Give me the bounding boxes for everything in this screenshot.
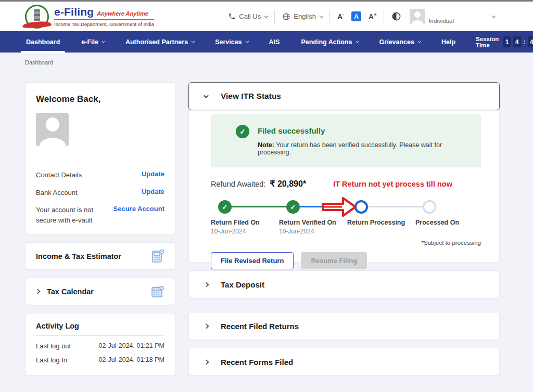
calculator-icon [151, 249, 164, 264]
tax-calendar-card[interactable]: Tax Calendar [25, 278, 175, 305]
recent-forms-filed-title: Recent Forms Filed [221, 358, 293, 367]
step-date: 10-Jun-2024 [279, 228, 314, 235]
font-increase-button[interactable]: A+ [369, 12, 376, 21]
recent-filed-returns-title: Recent Filed Returns [221, 322, 299, 331]
timeline-segment-done [225, 206, 293, 207]
last-login-row: Last log In 02-Jul-2024, 01:18 PM [36, 356, 164, 364]
itr-actions: File Revised Return Resume Filing [211, 252, 481, 269]
nav-services[interactable]: Services [214, 31, 248, 53]
success-check-icon: ✓ [236, 125, 249, 138]
last-logout-label: Last log out [36, 342, 71, 350]
income-tax-emblem-icon [25, 5, 49, 29]
globe-icon [282, 12, 290, 21]
chevron-right-icon [204, 323, 209, 329]
tax-calendar-title: Tax Calendar [47, 288, 94, 296]
chevron-down-icon [192, 40, 195, 43]
welcome-title: Welcome Back, [36, 94, 164, 104]
file-revised-return-button[interactable]: File Revised Return [211, 252, 294, 269]
evault-row: Your account is not secure with e-vault … [36, 205, 164, 225]
left-column: Welcome Back, Contact Details Update Ban… [25, 82, 175, 376]
evault-label: Your account is not secure with e-vault [36, 205, 113, 225]
update-bank-link[interactable]: Update [142, 188, 164, 195]
view-itr-status-accordion-header[interactable]: View ITR Status [188, 82, 500, 110]
step-label: Return Verified On [279, 219, 336, 226]
itr-progress-timeline: ✓ ✓ Return Filed On Return Verified On R… [211, 200, 481, 238]
font-size-controls: A- A A+ [337, 11, 377, 21]
divider [384, 10, 384, 23]
breadcrumb[interactable]: Dashboard [25, 59, 53, 66]
chevron-down-icon [417, 40, 421, 43]
font-decrease-button[interactable]: A- [337, 12, 344, 21]
logo-tagline: Anywhere Anytime [97, 10, 148, 17]
activity-log-card: Activity Log Last log out 02-Jul-2024, 0… [25, 313, 175, 376]
brand-logo[interactable]: e-Filing Anywhere Anytime Income Tax Dep… [25, 5, 154, 29]
calendar-icon [151, 284, 164, 299]
logo-title: e-Filing [54, 6, 94, 18]
nav-grievances[interactable]: Grievances [378, 31, 421, 53]
tax-deposit-title: Tax Deposit [221, 280, 264, 289]
language-menu[interactable]: English [282, 12, 322, 21]
step-processed-icon [423, 200, 436, 214]
step-return-verified-icon: ✓ [286, 200, 300, 214]
update-contact-link[interactable]: Update [142, 170, 164, 178]
activity-log-title: Activity Log [36, 322, 164, 336]
timeline-segment-pending [361, 206, 429, 207]
digit: 1 [503, 36, 511, 47]
refund-row: Refund Awaited: ₹ 20,890* IT Return not … [211, 179, 481, 189]
logo-text: e-Filing Anywhere Anytime Income Tax Dep… [54, 6, 154, 27]
efiling-dashboard: e-Filing Anywhere Anytime Income Tax Dep… [0, 0, 533, 392]
user-avatar [410, 9, 425, 24]
logo-subtitle: Income Tax Department, Government of Ind… [54, 21, 154, 27]
chevron-down-icon [101, 40, 105, 43]
refund-awaited-label: Refund Awaited: [211, 180, 265, 188]
contrast-toggle-icon[interactable] [391, 11, 401, 21]
font-normal-button[interactable]: A [351, 11, 361, 21]
nav-help[interactable]: Help [440, 31, 456, 53]
session-timer: Session Time 1 4 : 4 7 [476, 31, 533, 53]
session-time-digits: 1 4 : 4 7 [503, 36, 533, 47]
bank-account-label: Bank Account [36, 188, 78, 198]
filed-success-banner: ✓ Filed successfully Note: Your return h… [211, 114, 481, 167]
nav-e-file[interactable]: e-File [80, 31, 105, 53]
chevron-down-icon [204, 93, 209, 98]
refund-amount: ₹ 20,890* [270, 179, 306, 189]
itr-status-panel: ✓ Filed successfully Note: Your return h… [188, 109, 500, 263]
main-navigation: Dashboard e-File Authorised Partners Ser… [0, 31, 533, 53]
nav-pending-actions[interactable]: Pending Actions [300, 31, 359, 53]
nav-authorised-partners[interactable]: Authorised Partners [124, 31, 195, 53]
digit-separator: : [523, 38, 525, 46]
resume-filing-button[interactable]: Resume Filing [301, 252, 367, 269]
bank-account-row: Bank Account Update [36, 188, 164, 198]
contact-details-row: Contact Details Update [36, 170, 164, 180]
chevron-down-icon [264, 14, 268, 18]
last-login-value: 02-Jul-2024, 01:18 PM [99, 356, 164, 364]
secure-account-link[interactable]: Secure Account [113, 205, 165, 213]
nav-ais[interactable]: AIS [268, 31, 281, 53]
chevron-down-icon [319, 14, 323, 18]
nav-dashboard[interactable]: Dashboard [25, 31, 61, 53]
divider [329, 10, 330, 23]
digit: 4 [528, 36, 533, 47]
itr-status-title: View ITR Status [221, 92, 281, 101]
phone-icon [228, 12, 236, 20]
recent-forms-filed-accordion[interactable]: Recent Forms Filed [188, 348, 500, 376]
recent-filed-returns-accordion[interactable]: Recent Filed Returns [188, 312, 500, 340]
user-menu[interactable]: Individual [410, 9, 454, 24]
chevron-down-icon [356, 40, 359, 43]
chevron-right-icon [35, 289, 41, 294]
call-us-menu[interactable]: Call Us [228, 12, 267, 20]
header-actions: Call Us English A- A A+ Individual [228, 9, 526, 24]
session-time-label: Session Time [476, 36, 499, 48]
red-block-arrow-icon [321, 195, 359, 218]
red-annotation-text: IT Return not yet process till now [333, 180, 452, 188]
tax-deposit-accordion[interactable]: Tax Deposit [188, 270, 500, 298]
income-tax-estimator-card[interactable]: Income & Tax Estimator [25, 242, 175, 270]
language-label: English [294, 12, 316, 20]
header: e-Filing Anywhere Anytime Income Tax Dep… [0, 2, 533, 31]
call-us-label: Call Us [239, 12, 261, 20]
right-column: View ITR Status ✓ Filed successfully Not… [188, 82, 500, 376]
digit: 4 [513, 36, 521, 47]
estimator-title: Income & Tax Estimator [36, 252, 121, 260]
header-collapse-chevron-icon[interactable] [491, 14, 496, 18]
user-role-label: Individual [428, 18, 454, 24]
